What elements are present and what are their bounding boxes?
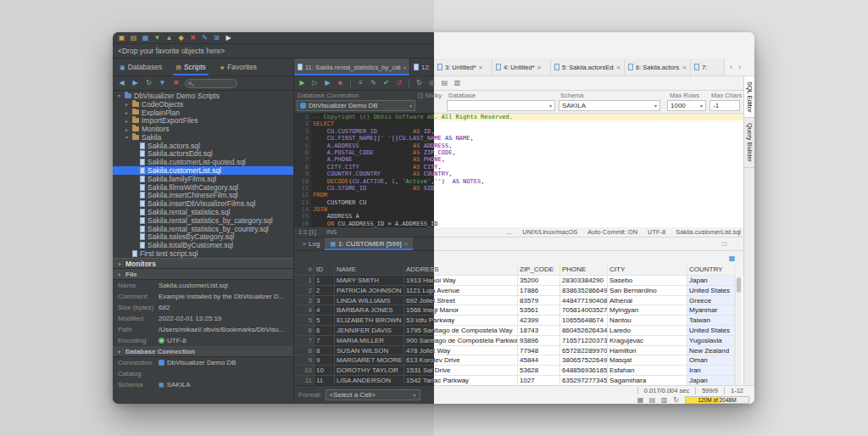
sidebar-tab-favorites[interactable]: ★Favorites bbox=[213, 59, 264, 75]
scrollbar-thumb[interactable] bbox=[737, 277, 741, 293]
grid-cell[interactable]: 5 bbox=[314, 316, 335, 326]
driver-manager-icon[interactable]: ◆ bbox=[176, 33, 186, 43]
tool-properties-icon[interactable]: ✖ bbox=[188, 33, 198, 43]
grid-cell[interactable]: 45844 bbox=[518, 355, 560, 366]
column-header[interactable]: CITY bbox=[608, 265, 687, 276]
grid-cell[interactable]: 18743 bbox=[518, 326, 560, 336]
grid-cell[interactable]: 93896 bbox=[518, 336, 560, 346]
edit-icon[interactable]: ✎ bbox=[369, 78, 378, 88]
row-number[interactable]: 4 bbox=[294, 305, 314, 316]
close-icon[interactable]: × bbox=[404, 240, 409, 248]
grid-cell[interactable]: JENNIFER DAVIS bbox=[335, 326, 404, 336]
grid-cell[interactable]: 35200 bbox=[518, 276, 560, 286]
column-header[interactable]: PHONE bbox=[560, 265, 608, 276]
paste-icon[interactable]: ▥ bbox=[453, 78, 462, 88]
grid-cell[interactable]: MARGARET MOORE bbox=[335, 355, 404, 366]
grid-cell[interactable]: 7 bbox=[314, 336, 335, 346]
grid-cell[interactable]: Greece bbox=[687, 296, 735, 306]
new-bookmark-icon[interactable]: ▣ bbox=[117, 33, 126, 43]
grid-cell[interactable]: LISA ANDERSON bbox=[335, 376, 404, 385]
grid-cell[interactable]: 6 bbox=[314, 326, 335, 336]
grid-cell[interactable]: United States bbox=[687, 326, 735, 336]
sidebar-tab-databases[interactable]: ▣Databases bbox=[113, 59, 169, 75]
grid-cell[interactable]: San Bernardino bbox=[608, 286, 687, 296]
tree-item[interactable]: Sakila.customerList-quoted.sql bbox=[113, 158, 294, 166]
grid-cell[interactable]: ELIZABETH BROWN bbox=[335, 316, 404, 326]
close-icon[interactable]: × bbox=[479, 64, 483, 71]
tree-item[interactable]: Sakila.actorsEdit.sql bbox=[113, 150, 294, 159]
tree-item[interactable]: First test script.sql bbox=[113, 249, 294, 258]
tree-item[interactable]: Sakila.totalByCustomer.sql bbox=[113, 241, 294, 249]
tree-item[interactable]: Sakila.salesByCategory.sql bbox=[113, 233, 294, 242]
editor-tab[interactable]: 7: bbox=[691, 59, 725, 75]
grid-cell[interactable]: BARBARA JONES bbox=[335, 305, 404, 316]
grid-cell[interactable]: Hamilton bbox=[608, 346, 687, 356]
grid-cell[interactable]: 10 bbox=[314, 366, 335, 376]
grid-cell[interactable]: 380657522649 bbox=[560, 355, 608, 366]
detach-icon[interactable]: □ bbox=[722, 240, 726, 248]
grid-cell[interactable]: 838635286649 bbox=[560, 286, 608, 296]
grid-cell[interactable]: PATRICIA JOHNSON bbox=[335, 286, 404, 296]
grid-cell[interactable]: Myingyan bbox=[608, 305, 687, 316]
memory-indicator[interactable]: 120M of 2048M bbox=[685, 396, 749, 404]
grid-cell[interactable]: Yugoslavia bbox=[687, 336, 735, 346]
column-header[interactable]: ID bbox=[314, 265, 335, 276]
rollback-icon[interactable]: ↺ bbox=[394, 78, 403, 88]
scroll-left-icon[interactable]: ‹ bbox=[730, 63, 732, 71]
editor-tab[interactable]: 11: Sakila.rental_statistics_by_category… bbox=[294, 59, 410, 75]
grid-cell[interactable]: 1027 bbox=[518, 376, 560, 385]
grid-cell[interactable]: Sasebo bbox=[608, 276, 687, 286]
grid-cell[interactable]: 1 bbox=[314, 276, 335, 286]
schema-select[interactable]: SAKILA▾ bbox=[559, 100, 660, 111]
column-header[interactable]: COUNTRY bbox=[687, 265, 735, 276]
section-header-database-connection[interactable]: ▾Database Connection bbox=[113, 346, 294, 357]
tab-scroll-arrows[interactable]: ‹› bbox=[730, 59, 741, 75]
tree-item[interactable]: Sakila.filmsWithCategory.sql bbox=[113, 183, 294, 192]
grid-cell[interactable]: Athenai bbox=[608, 296, 687, 306]
grid-cell[interactable]: 53628 bbox=[518, 366, 560, 376]
grid-cell[interactable]: 17886 bbox=[518, 286, 560, 296]
column-header[interactable]: # bbox=[294, 265, 314, 276]
row-number[interactable]: 11 bbox=[294, 376, 314, 385]
grid-cell[interactable]: 42399 bbox=[518, 316, 560, 326]
tree-item[interactable]: ▾DbVisualizer Demo Scripts bbox=[113, 92, 294, 100]
refresh-icon[interactable]: ↻ bbox=[144, 78, 153, 88]
editor-tab[interactable]: 3: Untitled*× bbox=[434, 59, 492, 75]
max-rows-input[interactable]: 1000▾ bbox=[667, 100, 706, 111]
close-icon[interactable]: × bbox=[616, 64, 620, 71]
tree-item[interactable]: Sakila.insertChineseFilm.sql bbox=[113, 192, 294, 200]
grid-cell[interactable]: 28303384290 bbox=[560, 276, 608, 286]
connection-select[interactable]: DbVisualizer Demo DB▾ bbox=[297, 100, 415, 111]
editor-tab[interactable]: 4: Untitled*× bbox=[492, 59, 551, 75]
tree-item[interactable]: ▸CodeObjects bbox=[113, 100, 294, 109]
editor-tab[interactable]: 6: Sakila.actors.sql× bbox=[625, 59, 691, 75]
commit-icon[interactable]: ✔ bbox=[381, 78, 391, 88]
history-icon[interactable]: ↻ bbox=[415, 78, 424, 88]
text-view-icon[interactable]: ▤ bbox=[648, 395, 657, 405]
grid-cell[interactable]: 648856936185 bbox=[560, 366, 608, 376]
grid-options-icon[interactable]: ▦ bbox=[727, 254, 737, 264]
pointer-icon[interactable]: ▶ bbox=[224, 33, 233, 43]
row-number[interactable]: 5 bbox=[294, 316, 314, 326]
grid-cell[interactable]: 83579 bbox=[518, 296, 560, 306]
close-icon[interactable]: × bbox=[682, 64, 687, 71]
grid-cell[interactable]: Taiwan bbox=[687, 316, 735, 326]
database-select[interactable]: ▾ bbox=[447, 100, 555, 111]
row-number[interactable]: 10 bbox=[294, 366, 314, 376]
grid-cell[interactable]: LINDA WILLIAMS bbox=[335, 296, 404, 306]
sidebar-tab-scripts[interactable]: ▤Scripts bbox=[169, 59, 213, 75]
grid-cell[interactable]: Kragujevac bbox=[608, 336, 687, 346]
reload-grid-icon[interactable]: ↻ bbox=[671, 395, 681, 405]
tree-item[interactable]: ▸ExplainPlan bbox=[113, 109, 294, 117]
section-header-file[interactable]: ▾File bbox=[113, 269, 294, 280]
tree-item[interactable]: ▸ImportExportFiles bbox=[113, 116, 294, 125]
tree-item[interactable]: ▸Monitors bbox=[113, 125, 294, 133]
grid-scrollbar[interactable] bbox=[735, 276, 742, 385]
grid-cell[interactable]: Sagamihara bbox=[608, 376, 687, 385]
grid-cell[interactable]: 448477190408 bbox=[560, 296, 608, 306]
form-view-icon[interactable]: ▥ bbox=[659, 395, 669, 405]
format-sql-icon[interactable]: ≡ bbox=[356, 78, 365, 88]
grid-cell[interactable]: DOROTHY TAYLOR bbox=[335, 366, 404, 376]
results-tab[interactable]: ▦1: CUSTOMER [599]× bbox=[325, 238, 413, 250]
execute-explain-icon[interactable]: ▶ bbox=[323, 78, 332, 88]
